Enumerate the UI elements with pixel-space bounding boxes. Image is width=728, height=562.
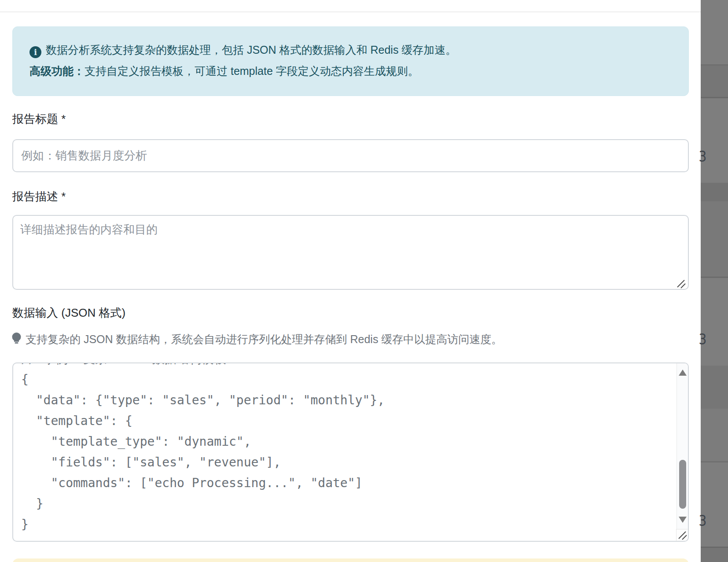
report-title-label: 报告标题 *: [12, 110, 66, 128]
json-visible-content: { "data": {"type": "sales", "period": "m…: [21, 369, 673, 535]
modal-body: i数据分析系统支持复杂的数据处理，包括 JSON 格式的数据输入和 Redis …: [0, 0, 728, 562]
json-resize-handle-icon: [677, 530, 687, 540]
json-clipped-line: // 示例: 复杂 JSON 数据结构模板: [21, 362, 673, 369]
report-title-input[interactable]: [12, 139, 689, 172]
description-resize-handle[interactable]: [676, 278, 686, 291]
info-alert-line1-text: 数据分析系统支持复杂的数据处理，包括 JSON 格式的数据输入和 Redis 缓…: [46, 44, 456, 56]
warning-alert-partial: [12, 558, 689, 562]
modal-backdrop[interactable]: [701, 0, 728, 562]
report-description-textarea[interactable]: [12, 215, 689, 290]
info-alert: i数据分析系统支持复杂的数据处理，包括 JSON 格式的数据输入和 Redis …: [12, 26, 689, 96]
report-description-label: 报告描述 *: [12, 188, 66, 205]
background-page-number: 3: [699, 148, 707, 165]
info-alert-line1: i数据分析系统支持复杂的数据处理，包括 JSON 格式的数据输入和 Redis …: [29, 39, 672, 60]
lightbulb-icon: [11, 332, 22, 346]
modal-header-divider: [0, 11, 701, 12]
scroll-down-arrow-icon[interactable]: [679, 517, 687, 523]
json-data-input[interactable]: // 示例: 复杂 JSON 数据结构模板{ "data": {"type": …: [12, 362, 689, 542]
info-alert-line2-rest: 支持自定义报告模板，可通过 template 字段定义动态内容生成规则。: [85, 65, 419, 77]
data-input-hint-text: 支持复杂的 JSON 数据结构，系统会自动进行序列化处理并存储到 Redis 缓…: [26, 330, 502, 348]
json-resize-corner[interactable]: [676, 529, 688, 541]
scroll-up-arrow-icon[interactable]: [679, 370, 687, 376]
json-scrollbar[interactable]: [677, 363, 688, 529]
scrollbar-thumb[interactable]: [679, 460, 686, 509]
data-input-label: 数据输入 (JSON 格式): [12, 304, 125, 322]
json-code: // 示例: 复杂 JSON 数据结构模板{ "data": {"type": …: [21, 362, 673, 535]
info-alert-line2-bold: 高级功能：: [29, 65, 85, 77]
info-alert-line2: 高级功能：支持自定义报告模板，可通过 template 字段定义动态内容生成规则…: [29, 60, 672, 81]
info-circle-icon: i: [29, 46, 41, 58]
background-page-number: 3: [699, 331, 707, 348]
data-input-hint: 支持复杂的 JSON 数据结构，系统会自动进行序列化处理并存储到 Redis 缓…: [11, 330, 502, 348]
background-page-number: 3: [699, 512, 707, 529]
